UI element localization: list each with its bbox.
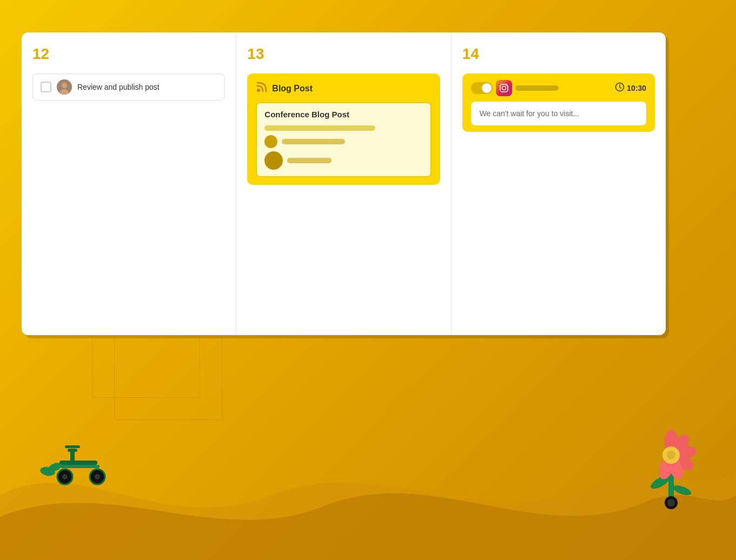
time-display: 10:30: [615, 82, 646, 94]
svg-point-6: [506, 85, 507, 86]
avatar-row: [264, 135, 422, 148]
social-left: [471, 80, 559, 96]
message-text: We can't wait for you to visit...: [480, 109, 579, 118]
instagram-icon: [496, 80, 512, 96]
svg-point-1: [62, 83, 67, 88]
placeholder-line-1: [264, 125, 375, 131]
svg-rect-11: [65, 445, 80, 448]
day-number-12: 12: [32, 45, 225, 63]
rss-icon: [256, 81, 268, 96]
svg-point-5: [502, 86, 506, 90]
svg-point-31: [667, 499, 675, 506]
clock-icon: [615, 82, 625, 94]
blog-post-title: Conference Blog Post: [264, 110, 422, 119]
task-item[interactable]: Review and publish post: [32, 74, 225, 101]
blog-card-header-title: Blog Post: [272, 84, 313, 94]
message-bubble: We can't wait for you to visit...: [471, 102, 646, 125]
avatar: [57, 79, 72, 95]
calendar-col-14: 14: [452, 32, 666, 335]
task-checkbox[interactable]: [41, 82, 51, 92]
social-name-placeholder: [515, 85, 559, 91]
svg-rect-8: [59, 461, 97, 465]
svg-point-29: [667, 451, 675, 459]
flower-decoration: [639, 423, 704, 511]
toggle-switch[interactable]: [471, 82, 493, 94]
blog-card-header: Blog Post: [256, 81, 431, 96]
svg-point-3: [257, 89, 260, 92]
placeholder-line-3: [287, 158, 331, 163]
svg-rect-16: [61, 465, 100, 468]
svg-point-21: [672, 483, 693, 497]
calendar-container: 12 Review and publish post 13: [22, 32, 666, 335]
svg-point-13: [62, 474, 68, 479]
avatar-small: [264, 135, 277, 148]
day-number-13: 13: [247, 45, 440, 63]
scooter-decoration: [16, 428, 124, 495]
blog-post-inner: Conference Blog Post: [256, 102, 431, 177]
placeholder-line-2: [282, 139, 345, 144]
time-value: 10:30: [627, 84, 646, 92]
social-card[interactable]: 10:30 We can't wait for you to visit...: [462, 74, 655, 132]
calendar-col-13: 13 Blog Post Conference Blog Post: [236, 32, 451, 335]
toggle-knob: [482, 83, 492, 93]
day-number-14: 14: [462, 45, 655, 63]
calendar-col-12: 12 Review and publish post: [22, 32, 236, 335]
social-card-header: 10:30: [471, 80, 646, 96]
blog-card[interactable]: Blog Post Conference Blog Post: [247, 74, 440, 185]
svg-rect-10: [68, 449, 77, 452]
avatar-row-2: [264, 151, 422, 170]
svg-point-15: [95, 474, 100, 479]
avatar-large: [264, 151, 283, 170]
task-label: Review and publish post: [77, 83, 160, 91]
